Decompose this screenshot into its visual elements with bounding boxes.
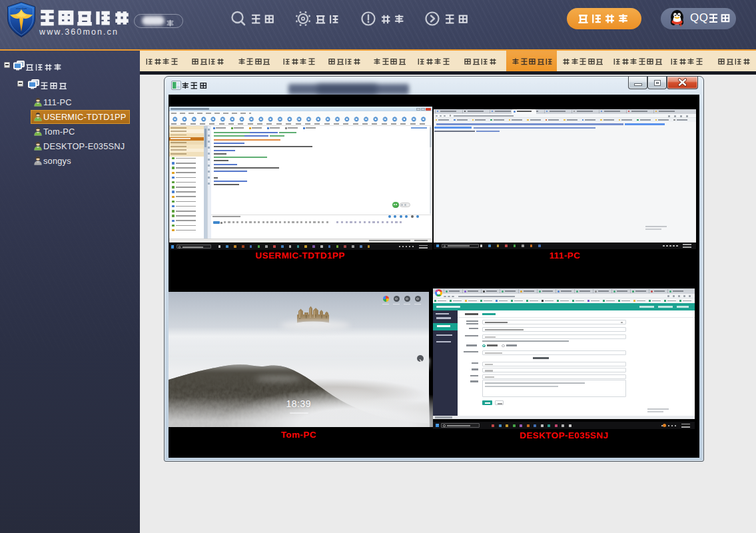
svg-text:xiaojian: xiaojian [15, 7, 27, 10]
